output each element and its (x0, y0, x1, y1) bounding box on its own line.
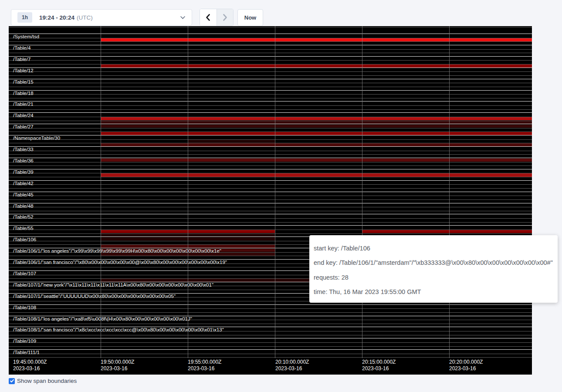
span-label: /System/tsd (13, 34, 39, 39)
row-line (9, 166, 532, 166)
span-row: /Table/24 (9, 112, 532, 124)
row-line (9, 222, 532, 223)
time-axis-date: 2023-03-16 (188, 365, 221, 372)
span-label: /Table/106/1/"san francisco"/"\x80\x00\x… (13, 260, 227, 265)
span-row: /Table/18 (9, 90, 532, 101)
row-line (9, 324, 532, 324)
time-gridline (188, 26, 188, 358)
show-span-boundaries-checkbox[interactable] (9, 378, 15, 384)
span-label: /Table/106/1/"los angeles"/"\x99\x99\x99… (13, 249, 221, 253)
time-axis-label: 20:15:00.000Z2023-03-16 (362, 359, 396, 372)
row-line (9, 207, 532, 207)
row-line (9, 75, 532, 76)
span-row: /Table/33 (9, 146, 532, 158)
chevron-down-icon (180, 16, 186, 20)
row-line (9, 105, 532, 106)
time-axis-label: 19:55:00.000Z2023-03-16 (188, 359, 221, 372)
span-label: /Table/33 (13, 147, 34, 152)
time-axis-time: 20:10:00.000Z (275, 359, 309, 365)
span-row: /Table/48 (9, 203, 532, 214)
span-label: /Table/42 (13, 181, 34, 186)
time-axis-label: 20:10:00.000Z2023-03-16 (275, 359, 309, 372)
row-line (9, 53, 532, 53)
time-axis-date: 2023-03-16 (362, 365, 396, 372)
time-gridline (449, 26, 450, 358)
row-line (9, 154, 532, 155)
span-label: /Table/39 (13, 170, 34, 175)
row-line (9, 128, 532, 128)
time-pager (200, 9, 234, 26)
next-interval-button[interactable] (217, 9, 234, 26)
span-row: /Table/7 (9, 56, 532, 68)
chevron-left-icon (205, 14, 211, 21)
time-axis-date: 2023-03-16 (13, 365, 47, 372)
span-label: /Table/111/1 (13, 350, 40, 355)
now-button[interactable]: Now (237, 9, 263, 26)
heatmap[interactable]: /System/tsd/Table/4/Table/7/Table/12/Tab… (9, 26, 532, 375)
heat-band (362, 230, 532, 233)
span-label: /Table/27 (13, 125, 34, 129)
span-row: /Table/108/1/"los angeles"/"\xa8\xf5\u00… (9, 316, 532, 327)
heat-band (101, 173, 532, 176)
footer: Show span boundaries (9, 378, 77, 384)
time-range-text: 19:24 - 20:24 (39, 14, 74, 21)
row-line (9, 184, 532, 185)
row-line (9, 211, 532, 211)
show-span-boundaries-label: Show span boundaries (17, 378, 77, 384)
time-gridline (275, 26, 275, 358)
row-line (9, 87, 532, 87)
row-line (9, 49, 532, 50)
span-label: /Table/106 (13, 237, 36, 242)
tooltip-end-key: end key: /Table/106/1/"amsterdam"/"\xb33… (314, 256, 553, 270)
span-label: /Table/109 (13, 339, 36, 344)
span-row: /System/tsd (9, 34, 532, 45)
span-label: /Table/18 (13, 91, 34, 96)
row-line (9, 109, 532, 110)
span-label: /Table/52 (13, 215, 34, 220)
row-line (9, 98, 532, 98)
span-row: /Table/42 (9, 180, 532, 192)
time-gridline (101, 26, 101, 358)
time-axis-time: 19:50:00.000Z (101, 359, 134, 365)
time-axis-date: 2023-03-16 (275, 365, 309, 372)
chevron-right-icon (222, 14, 228, 21)
time-axis-label: 19:45:00.000Z2023-03-16 (13, 359, 47, 372)
row-line (9, 188, 532, 189)
row-line (9, 41, 532, 42)
span-row: /NamespaceTable/30 (9, 135, 532, 146)
time-range-selector[interactable]: 1h 19:24 - 20:24 (UTC) (11, 9, 192, 26)
span-label: /Table/4 (13, 46, 30, 51)
span-label: /NamespaceTable/30 (13, 136, 60, 141)
row-line (9, 151, 532, 151)
span-label: /Table/24 (13, 113, 34, 118)
row-line (9, 357, 532, 358)
row-line (9, 83, 532, 83)
span-row: /Table/109 (9, 338, 532, 349)
span-row: /Table/15 (9, 79, 532, 90)
row-line (9, 342, 532, 343)
time-range-badge: 1h (17, 12, 32, 23)
row-line (9, 60, 532, 61)
row-line (9, 199, 532, 200)
time-axis-label: 20:20:00.000Z2023-03-16 (449, 359, 483, 372)
span-label: /Table/7 (13, 57, 30, 62)
row-line (9, 335, 532, 335)
row-line (9, 308, 532, 309)
tooltip-start-key: start key: /Table/106 (314, 241, 553, 256)
span-label: /Table/21 (13, 102, 34, 107)
span-label: /Table/45 (13, 193, 34, 197)
row-line (9, 218, 532, 219)
row-line (9, 196, 532, 196)
previous-interval-button[interactable] (200, 9, 217, 26)
time-axis-time: 19:55:00.000Z (188, 359, 221, 365)
tooltip-time: time: Thu, 16 Mar 2023 19:55:00 GMT (314, 285, 553, 300)
span-label: /Table/36 (13, 159, 34, 163)
row-line (9, 312, 532, 313)
span-label: /Table/55 (13, 226, 34, 231)
span-label: /Table/108/1/"los angeles"/"\xa8\xf5\u00… (13, 317, 192, 321)
time-axis-label: 19:50:00.000Z2023-03-16 (101, 359, 134, 372)
row-line (9, 94, 532, 95)
tooltip-requests: requests: 28 (314, 270, 553, 285)
span-row: /Table/108 (9, 304, 532, 316)
time-axis-time: 19:45:00.000Z (13, 359, 47, 365)
